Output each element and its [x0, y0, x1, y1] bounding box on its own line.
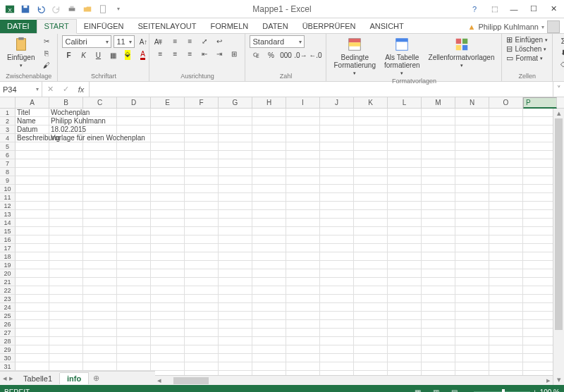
cell-N15[interactable]	[455, 227, 489, 235]
cell-N5[interactable]	[455, 142, 489, 151]
cell-E5[interactable]	[151, 142, 185, 151]
cell-G30[interactable]	[219, 354, 252, 362]
cell-K19[interactable]	[354, 261, 388, 269]
cell-A15[interactable]	[16, 227, 49, 235]
row-header-5[interactable]: 5	[0, 142, 16, 151]
cell-C12[interactable]	[83, 202, 117, 210]
cell-G24[interactable]	[219, 303, 252, 312]
row-header-9[interactable]: 9	[0, 176, 16, 185]
cell-K1[interactable]	[354, 109, 388, 117]
cell-O6[interactable]	[489, 151, 523, 159]
undo-icon[interactable]	[34, 2, 48, 16]
cell-B3[interactable]: 18.02.2015	[49, 125, 83, 134]
cell-I26[interactable]	[286, 320, 320, 329]
cell-H24[interactable]	[252, 303, 286, 312]
cell-L11[interactable]	[388, 193, 422, 202]
cell-C14[interactable]	[83, 219, 117, 227]
cell-B29[interactable]	[49, 345, 83, 354]
cell-O5[interactable]	[489, 142, 523, 151]
redo-icon[interactable]	[49, 2, 63, 16]
cell-K9[interactable]	[354, 176, 388, 185]
cell-I19[interactable]	[286, 261, 320, 269]
tab-file[interactable]: DATEI	[0, 20, 37, 33]
cell-D14[interactable]	[117, 219, 151, 227]
formula-input[interactable]	[90, 82, 553, 97]
cell-F21[interactable]	[185, 278, 219, 286]
cell-H26[interactable]	[252, 320, 286, 329]
cut-icon[interactable]: ✂	[40, 35, 53, 47]
enter-formula-icon[interactable]: ✓	[58, 85, 73, 94]
cell-H18[interactable]	[252, 252, 286, 261]
cell-L1[interactable]	[388, 109, 422, 117]
cell-H5[interactable]	[252, 142, 286, 151]
cell-C11[interactable]	[83, 193, 117, 202]
cell-L9[interactable]	[388, 176, 422, 185]
row-header-14[interactable]: 14	[0, 219, 16, 227]
row-header-23[interactable]: 23	[0, 295, 16, 303]
cell-B14[interactable]	[49, 219, 83, 227]
cell-I2[interactable]	[286, 117, 320, 125]
cell-K27[interactable]	[354, 329, 388, 337]
row-header-6[interactable]: 6	[0, 151, 16, 159]
fill-color-icon[interactable]: ⬙	[121, 49, 134, 61]
cell-H22[interactable]	[252, 286, 286, 295]
cell-O1[interactable]	[489, 109, 523, 117]
cell-G7[interactable]	[219, 159, 252, 168]
row-header-28[interactable]: 28	[0, 337, 16, 345]
cell-L19[interactable]	[388, 261, 422, 269]
cell-C22[interactable]	[83, 286, 117, 295]
cell-G4[interactable]	[219, 134, 252, 142]
zoom-in-icon[interactable]: +	[533, 388, 537, 393]
cell-I11[interactable]	[286, 193, 320, 202]
cell-O2[interactable]	[489, 117, 523, 125]
tab-data[interactable]: DATEN	[255, 20, 295, 33]
cell-D10[interactable]	[117, 185, 151, 193]
row-header-31[interactable]: 31	[0, 362, 16, 371]
cell-G18[interactable]	[219, 252, 252, 261]
cell-D28[interactable]	[117, 337, 151, 345]
cell-N12[interactable]	[455, 202, 489, 210]
cell-B25[interactable]	[49, 312, 83, 320]
cell-F5[interactable]	[185, 142, 219, 151]
cell-I8[interactable]	[286, 168, 320, 176]
cell-J24[interactable]	[320, 303, 354, 312]
cell-K25[interactable]	[354, 312, 388, 320]
cell-J15[interactable]	[320, 227, 354, 235]
cell-B6[interactable]	[49, 151, 83, 159]
cell-D12[interactable]	[117, 202, 151, 210]
cell-A21[interactable]	[16, 278, 49, 286]
cell-D2[interactable]	[117, 117, 151, 125]
cell-K4[interactable]	[354, 134, 388, 142]
cell-D31[interactable]	[117, 362, 151, 371]
cell-C10[interactable]	[83, 185, 117, 193]
cell-H27[interactable]	[252, 329, 286, 337]
align-left-icon[interactable]: ≡	[154, 48, 166, 59]
cell-B10[interactable]	[49, 185, 83, 193]
cell-L15[interactable]	[388, 227, 422, 235]
cell-O26[interactable]	[489, 320, 523, 329]
cell-E26[interactable]	[151, 320, 185, 329]
cell-M23[interactable]	[422, 295, 455, 303]
cell-M7[interactable]	[422, 159, 455, 168]
column-header-D[interactable]: D	[117, 97, 151, 108]
cell-C2[interactable]	[83, 117, 117, 125]
cell-L22[interactable]	[388, 286, 422, 295]
cell-G27[interactable]	[219, 329, 252, 337]
cell-H7[interactable]	[252, 159, 286, 168]
cell-N20[interactable]	[455, 269, 489, 278]
clear-icon[interactable]: ◇	[557, 58, 564, 69]
cell-J18[interactable]	[320, 252, 354, 261]
row-header-13[interactable]: 13	[0, 210, 16, 219]
column-header-I[interactable]: I	[286, 97, 320, 108]
cell-J29[interactable]	[320, 345, 354, 354]
cell-I12[interactable]	[286, 202, 320, 210]
cell-A25[interactable]	[16, 312, 49, 320]
tab-review[interactable]: ÜBERPRÜFEN	[295, 20, 363, 33]
row-header-27[interactable]: 27	[0, 329, 16, 337]
cell-P11[interactable]	[523, 193, 557, 202]
cell-A9[interactable]	[16, 176, 49, 185]
cell-O22[interactable]	[489, 286, 523, 295]
cell-G8[interactable]	[219, 168, 252, 176]
expand-formula-bar-icon[interactable]: ˅	[553, 82, 564, 97]
cell-J1[interactable]	[320, 109, 354, 117]
